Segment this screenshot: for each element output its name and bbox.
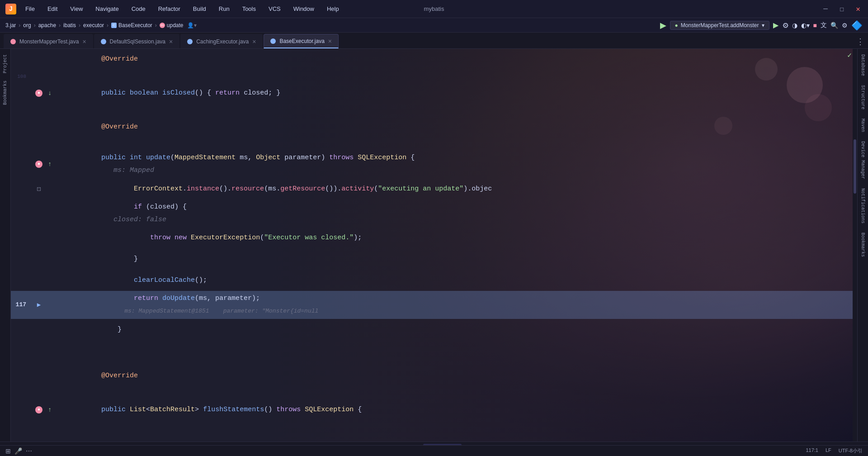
status-right: 117:1 LF UTF-8小引 [806,447,863,454]
fold-marker[interactable]: − [37,187,41,191]
debug-play-icon[interactable]: ▶ [660,20,666,30]
gutter-breakpoint-update: ● [33,161,44,168]
menu-refactor[interactable]: Refactor [156,5,182,13]
editor-scrollbar[interactable] [853,49,857,442]
sidebar-structure[interactable]: Structure [859,83,866,111]
exec-down-arrow: ↓ [48,87,52,100]
intellij-icon[interactable]: 🔷 [851,20,863,31]
debug-step-icon[interactable]: ⚙ [781,22,789,28]
selector-chevron: ▾ [762,22,764,28]
menu-navigate[interactable]: Navigate [94,5,120,13]
breadcrumb-user-icon[interactable]: 👤▾ [187,22,197,28]
main-area: Project Bookmarks ✓ [0,49,868,442]
gutter-breakpoint: ● [33,90,44,97]
profile-icon[interactable]: ◑ [792,22,797,29]
translate-icon[interactable]: 文 [821,21,827,29]
tab-close-monstertest[interactable]: × [82,38,86,45]
breadcrumb-method[interactable]: m update [160,22,184,28]
method-selector[interactable]: ● MonsterMapperTest.addMonster ▾ [670,21,769,30]
breakpoint-icon[interactable]: ● [35,90,42,97]
gutter-bp-flush: ● [33,406,44,413]
app-logo: J [5,4,16,14]
code-lines: @Override 108 ● ↓ public boo [11,49,868,442]
maximize-button[interactable]: ☐ [837,5,846,14]
tab-cachingexecutor[interactable]: CachingExecutor.java × [180,34,263,48]
tab-close-defaultsql[interactable]: × [169,38,173,45]
app-title: mybatis [424,5,444,12]
status-menu-icon[interactable]: ⋯ [26,447,32,455]
bookmarks-toggle[interactable]: Bookmarks [2,79,9,107]
code-line-override3: @Override [11,366,868,387]
menu-file[interactable]: File [24,5,37,13]
menu-help[interactable]: Help [325,5,341,13]
menu-edit[interactable]: Edit [46,5,59,13]
breakpoint-icon-update[interactable]: ● [35,161,42,168]
minimize-button[interactable]: — [821,5,830,13]
scrollbar-thumb[interactable] [854,139,856,194]
tab-baseexecutor[interactable]: BaseExecutor.java × [264,34,339,48]
breakpoint-icon-flush[interactable]: ● [35,406,42,413]
code-line-partial [11,420,868,442]
tab-icon-baseexecutor [270,38,276,44]
line-ending: LF [826,447,831,454]
editor-checkmark: ✓ [847,51,852,60]
code-text [55,412,868,442]
window-controls: — ☐ ✕ [821,5,863,14]
menu-build[interactable]: Build [191,5,208,13]
tab-defaultsql[interactable]: DefaultSqlSession.java × [94,34,180,48]
menu-code[interactable]: Code [130,5,147,13]
charset: UTF-8小引 [839,447,863,454]
tab-close-cachingexecutor[interactable]: × [252,38,256,45]
sidebar-notifications[interactable]: Notifications [859,186,866,225]
breadcrumb-executor[interactable]: executor [83,22,104,28]
search-icon[interactable]: 🔍 [830,22,838,29]
right-sidebar-strip: Database Structure Maven Device Manager … [857,49,868,442]
titlebar: J File Edit View Navigate Code Refactor … [0,0,868,18]
tab-icon-cachingexecutor [187,39,193,44]
close-button[interactable]: ✕ [854,5,863,14]
code-line-108-annotation: @Override [11,49,868,70]
code-line-blank4 [11,340,868,353]
exec-up-arrow: ↑ [48,158,52,171]
sidebar-maven[interactable]: Maven [859,117,866,134]
breadcrumb-jar[interactable]: 3.jar [5,22,16,28]
menu-tools[interactable]: Tools [241,5,258,13]
tab-monstertest[interactable]: MonsterMapperTest.java × [4,34,93,48]
menu-window[interactable]: Window [292,5,316,13]
project-sidebar-toggle[interactable]: Project [2,52,9,75]
gutter-current-exec: ▶ [33,299,44,311]
tabs-overflow-button[interactable]: ⋮ [856,37,864,48]
sidebar-bookmarks[interactable]: Bookmarks [859,231,866,259]
settings-icon[interactable]: ⚙ [842,22,848,29]
tab-label-cachingexecutor: CachingExecutor.java [196,38,249,45]
breadcrumb-ibatis[interactable]: ibatis [63,22,76,28]
breadcrumb-bar: 3.jar › org › apache › ibatis › executor… [0,18,868,33]
stop-icon[interactable]: ■ [813,22,817,29]
tab-label-monstertest: MonsterMapperTest.java [19,38,79,45]
status-bar: ⊞ 🎤 ⋯ 117:1 LF UTF-8小引 [0,445,868,456]
status-bar-toggle[interactable]: ⊞ [5,447,11,455]
selector-dot: ● [675,22,678,28]
tab-icon-defaultsql [101,39,106,44]
microphone-icon[interactable]: 🎤 [14,447,22,455]
tab-close-baseexecutor[interactable]: × [328,38,332,44]
gutter-exec-up2: ↑ [44,404,55,416]
left-sidebar-strip: Project Bookmarks [0,49,11,442]
sidebar-database[interactable]: Database [859,52,866,78]
breadcrumb-apache[interactable]: apache [38,22,56,28]
tab-icon-monstertest [10,39,16,44]
breadcrumb-org[interactable]: org [23,22,31,28]
code-line-close: } [11,319,868,340]
run-button[interactable]: ▶ [773,21,778,29]
menu-vcs[interactable]: VCS [267,5,283,13]
exec-up-arrow2: ↑ [48,404,52,416]
coverage-icon[interactable]: ◐▾ [801,22,810,29]
menu-view[interactable]: View [68,5,85,13]
gutter-exec: ↓ [44,87,55,100]
current-exec-marker: ▶ [37,299,41,311]
code-editor[interactable]: ✓ @Override 108 [11,49,868,442]
tab-label-defaultsql: DefaultSqlSession.java [110,38,165,45]
menu-run[interactable]: Run [217,5,231,13]
breadcrumb-class[interactable]: C BaseExecutor [111,22,152,28]
sidebar-device-manager[interactable]: Device Manager [859,139,866,181]
